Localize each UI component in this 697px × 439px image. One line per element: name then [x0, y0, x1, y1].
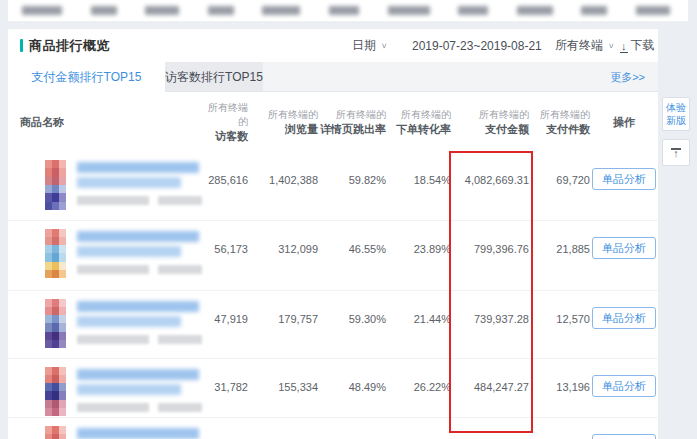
nav-item-blurred[interactable] [517, 6, 553, 15]
thumbnail-pixel [45, 270, 52, 278]
nav-item-blurred[interactable] [145, 6, 179, 15]
thumbnail-pixel [59, 323, 66, 331]
thumbnail-pixel [52, 307, 59, 315]
thumbnail-pixel [45, 375, 52, 383]
item-analysis-button[interactable]: 单品分析 [592, 237, 656, 259]
nav-item-blurred[interactable] [208, 6, 234, 15]
product-thumbnail[interactable] [45, 229, 66, 279]
nav-item-blurred[interactable] [22, 6, 62, 15]
product-title-blurred[interactable] [77, 316, 181, 327]
top-navigation-bar [8, 0, 688, 22]
thumbnail-pixel [45, 400, 52, 408]
cell-items: 1,418 [529, 417, 590, 439]
thumbnail-pixel [59, 400, 66, 408]
product-thumbnail[interactable] [45, 160, 66, 210]
thumbnail-pixel [59, 193, 66, 201]
column-header-product: 商品名称 [8, 92, 200, 152]
cell-amount: 484,247.27 [451, 358, 529, 417]
item-analysis-button[interactable]: 单品分析 [592, 307, 656, 329]
product-title-blurred[interactable] [77, 301, 199, 312]
date-range-value[interactable]: 2019-07-23~2019-08-21 [412, 29, 542, 62]
thumbnail-pixel [52, 383, 59, 391]
terminal-dropdown[interactable]: 所有终端 ∨ [555, 29, 615, 62]
cell-bounce: 59.30% [318, 290, 386, 358]
thumbnail-pixel [59, 160, 66, 168]
thumbnail-pixel [52, 168, 59, 176]
experience-new-version-button[interactable]: 体验新版 [662, 97, 690, 131]
product-subinfo-blurred [158, 403, 202, 412]
thumbnail-pixel [45, 185, 52, 193]
thumbnail-pixel [45, 307, 52, 315]
cell-visitors: 47,919 [200, 290, 248, 358]
thumbnail-pixel [59, 270, 66, 278]
product-title-blurred[interactable] [77, 384, 181, 395]
thumbnail-pixel [45, 434, 52, 439]
cell-bounce: 37.65% [318, 417, 386, 439]
nav-item-blurred[interactable] [581, 6, 607, 15]
nav-item-blurred[interactable] [91, 6, 117, 15]
arrow-up-icon: ↑ [673, 149, 679, 158]
column-header-action: 操作 [590, 92, 658, 152]
tab-payment-amount-top15[interactable]: 支付金额排行TOP15 [8, 62, 165, 93]
back-to-top-button[interactable]: ↑ [662, 139, 690, 166]
product-title-blurred[interactable] [77, 231, 199, 242]
product-subinfo-blurred [158, 196, 202, 205]
product-subinfo-blurred [77, 335, 149, 344]
date-dropdown-label: 日期 [352, 37, 376, 54]
thumbnail-pixel [52, 332, 59, 340]
product-cell [8, 290, 200, 358]
tab-visitors-top15[interactable]: 访客数排行TOP15 [165, 62, 263, 91]
nav-item-blurred[interactable] [388, 6, 430, 15]
thumbnail-pixel [52, 367, 59, 375]
nav-item-blurred[interactable] [329, 6, 359, 15]
thumbnail-pixel [45, 202, 52, 210]
thumbnail-pixel [59, 177, 66, 185]
cell-views: 155,334 [248, 358, 318, 417]
nav-item-blurred[interactable] [636, 6, 670, 15]
product-title-blurred[interactable] [77, 246, 181, 257]
thumbnail-pixel [59, 315, 66, 323]
product-title-blurred[interactable] [77, 428, 199, 439]
thumbnail-pixel [52, 229, 59, 237]
thumbnail-pixel [59, 237, 66, 245]
item-analysis-button[interactable]: 单品分析 [592, 168, 656, 190]
thumbnail-pixel [59, 383, 66, 391]
thumbnail-pixel [59, 299, 66, 307]
date-dropdown[interactable]: 日期 ∨ [352, 29, 388, 62]
nav-item-blurred[interactable] [262, 6, 300, 15]
product-cell [8, 220, 200, 290]
product-title-blurred[interactable] [77, 369, 199, 380]
cell-visitors: 285,616 [200, 152, 248, 220]
item-analysis-button[interactable]: 单品分析 [592, 434, 656, 439]
table-row: 12,56239,91237.65%9.50%84,721.031,418单品分… [8, 417, 658, 439]
cell-conversion: 9.50% [386, 417, 451, 439]
thumbnail-pixel [59, 391, 66, 399]
thumbnail-pixel [52, 375, 59, 383]
thumbnail-pixel [59, 340, 66, 348]
cell-amount: 4,082,669.31 [451, 152, 529, 220]
cell-amount: 799,396.76 [451, 220, 529, 290]
product-thumbnail[interactable] [45, 426, 66, 439]
thumbnail-pixel [45, 299, 52, 307]
product-thumbnail[interactable] [45, 299, 66, 349]
nav-item-blurred[interactable] [458, 6, 488, 15]
cell-views: 39,912 [248, 417, 318, 439]
thumbnail-pixel [59, 229, 66, 237]
thumbnail-pixel [45, 245, 52, 253]
product-title-blurred[interactable] [77, 177, 181, 188]
more-link[interactable]: 更多>> [610, 62, 645, 92]
cell-bounce: 46.55% [318, 220, 386, 290]
product-thumbnail[interactable] [45, 367, 66, 417]
product-title-blurred[interactable] [77, 162, 199, 173]
download-icon: ↓ [621, 41, 627, 51]
thumbnail-pixel [59, 185, 66, 193]
item-analysis-button[interactable]: 单品分析 [592, 375, 656, 397]
column-header-amount: 所有终端的支付金额 [451, 92, 529, 152]
tab-bar: 支付金额排行TOP15 访客数排行TOP15 更多>> [8, 62, 658, 92]
thumbnail-pixel [45, 253, 52, 261]
thumbnail-pixel [59, 375, 66, 383]
thumbnail-pixel [52, 270, 59, 278]
thumbnail-pixel [52, 426, 59, 434]
thumbnail-pixel [52, 315, 59, 323]
download-button[interactable]: ↓ 下载 [621, 29, 655, 62]
